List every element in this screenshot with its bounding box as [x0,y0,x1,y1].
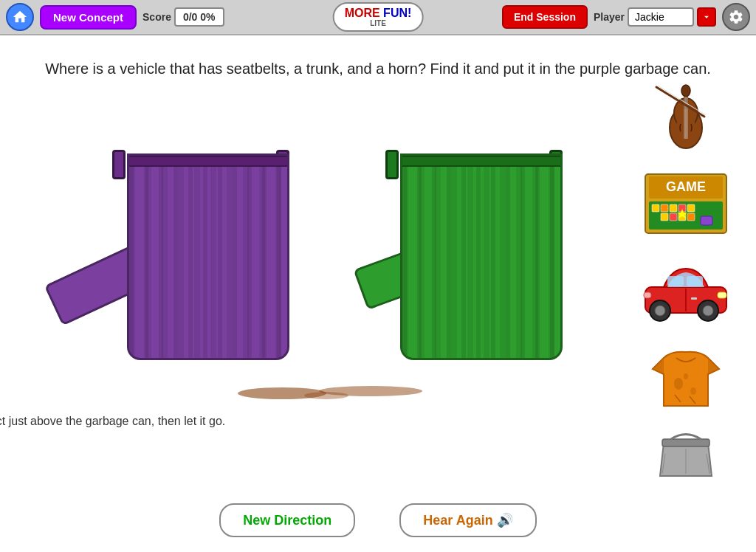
game-area: Drag the object just above the garbage c… [75,87,681,441]
score-area: Score 0/0 0% [142,7,224,27]
svg-rect-24 [670,213,677,221]
items-panel: GAME [623,80,749,480]
board-game-svg: GAME [642,170,730,237]
svg-text:GAME: GAME [666,179,706,194]
player-area: Player [594,7,716,27]
morefun-logo: MORE FUN! LITE [333,2,424,32]
shirt-svg [645,343,726,413]
purple-can-body [127,153,289,360]
new-concept-button[interactable]: New Concept [40,5,137,30]
home-icon [12,9,28,25]
home-button[interactable] [6,3,34,31]
topbar: New Concept Score 0/0 0% MORE FUN! LITE … [0,0,756,35]
new-direction-button[interactable]: New Direction [219,503,355,537]
violin-item[interactable] [638,80,734,153]
score-label: Score [142,11,171,23]
spills-svg [223,382,444,401]
svg-rect-35 [718,292,726,298]
player-name-input[interactable] [628,7,694,27]
svg-point-41 [684,373,688,379]
purple-can-left-handle [112,150,126,179]
svg-rect-25 [661,213,668,221]
ground-spills [223,382,444,401]
end-session-button[interactable]: End Session [502,5,588,29]
svg-point-34 [703,306,713,316]
drag-instruction: Drag the object just above the garbage c… [0,409,378,434]
green-can-body [400,153,563,360]
svg-point-39 [674,378,683,390]
svg-rect-36 [644,292,651,298]
svg-rect-22 [687,213,695,221]
player-dropdown-button[interactable] [697,7,716,27]
svg-point-7 [681,85,690,97]
score-value: 0/0 0% [174,7,224,27]
chevron-down-icon [701,12,712,22]
svg-point-2 [304,392,348,399]
shirt-item[interactable] [638,341,734,415]
board-game-item[interactable]: GAME [638,167,734,241]
svg-rect-17 [652,204,659,212]
purple-can-rim [127,156,289,167]
settings-button[interactable] [722,3,750,31]
gear-icon [728,9,744,25]
main-content: Where is a vehicle that has seatbelts, a… [0,35,756,552]
green-can-left-handle [385,150,399,179]
svg-point-40 [690,387,696,395]
car-item[interactable] [638,254,734,328]
morefun-top-text: MORE FUN! [345,7,412,19]
green-can-rim [400,156,563,167]
svg-rect-38 [691,297,697,300]
svg-rect-19 [670,204,677,212]
bucket-item[interactable] [638,428,734,480]
svg-rect-21 [687,204,695,212]
green-trash-can[interactable] [393,109,585,360]
svg-rect-27 [701,216,712,225]
svg-rect-18 [661,204,668,212]
bucket-svg [649,428,723,480]
player-label: Player [594,11,625,23]
svg-rect-29 [667,276,684,286]
green-can-ridges [402,156,560,358]
bottom-buttons: New Direction Hear Again 🔊 [0,496,756,545]
svg-rect-30 [687,276,703,286]
svg-point-32 [655,306,665,316]
purple-trash-can[interactable] [120,109,312,360]
purple-can-ridges [129,156,287,358]
violin-svg [642,83,730,150]
car-svg [638,258,734,324]
svg-rect-44 [662,439,709,446]
hear-again-button[interactable]: Hear Again 🔊 [399,503,536,537]
morefun-lite-text: LITE [345,19,412,27]
